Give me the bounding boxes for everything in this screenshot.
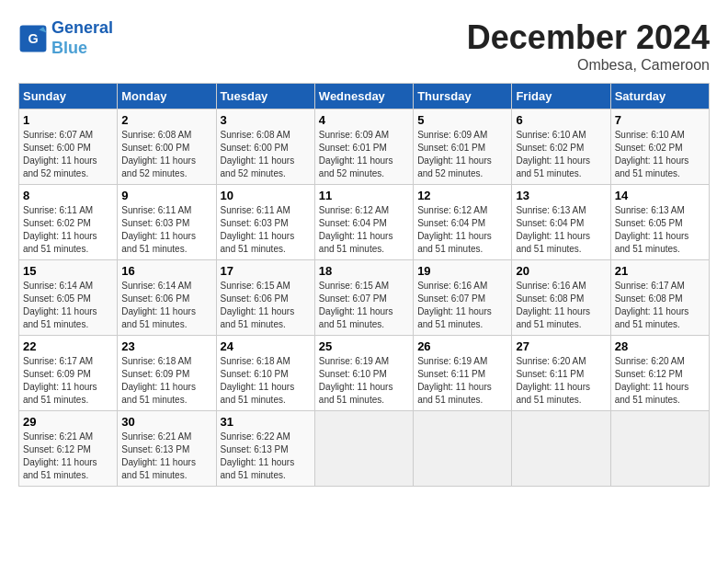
calendar-cell: 16Sunrise: 6:14 AMSunset: 6:06 PMDayligh… [118, 260, 216, 336]
column-header-tuesday: Tuesday [216, 84, 314, 109]
day-number: 28 [615, 339, 705, 353]
calendar-cell: 29Sunrise: 6:21 AMSunset: 6:12 PMDayligh… [19, 411, 118, 487]
calendar-cell: 2Sunrise: 6:08 AMSunset: 6:00 PMDaylight… [118, 109, 216, 185]
calendar-cell: 13Sunrise: 6:13 AMSunset: 6:04 PMDayligh… [512, 185, 610, 260]
day-info: Sunrise: 6:10 AMSunset: 6:02 PMDaylight:… [615, 129, 705, 180]
day-info: Sunrise: 6:09 AMSunset: 6:01 PMDaylight:… [319, 129, 409, 180]
day-info: Sunrise: 6:17 AMSunset: 6:08 PMDaylight:… [615, 280, 705, 331]
calendar-cell: 31Sunrise: 6:22 AMSunset: 6:13 PMDayligh… [216, 411, 314, 487]
day-info: Sunrise: 6:20 AMSunset: 6:12 PMDaylight:… [615, 355, 705, 407]
day-number: 13 [516, 189, 606, 202]
calendar-cell: 11Sunrise: 6:12 AMSunset: 6:04 PMDayligh… [314, 185, 413, 260]
column-header-thursday: Thursday [414, 84, 512, 109]
day-number: 7 [615, 113, 705, 127]
day-number: 12 [417, 189, 507, 202]
day-info: Sunrise: 6:11 AMSunset: 6:02 PMDaylight:… [23, 204, 113, 256]
day-number: 8 [23, 189, 113, 202]
day-info: Sunrise: 6:11 AMSunset: 6:03 PMDaylight:… [121, 204, 211, 256]
calendar-cell: 15Sunrise: 6:14 AMSunset: 6:05 PMDayligh… [19, 260, 118, 336]
day-number: 5 [417, 113, 507, 127]
title-block: December 2024 Ombesa, Cameroon [467, 18, 710, 74]
calendar-cell: 9Sunrise: 6:11 AMSunset: 6:03 PMDaylight… [118, 185, 216, 260]
day-info: Sunrise: 6:22 AMSunset: 6:13 PMDaylight:… [221, 431, 311, 482]
day-number: 3 [221, 113, 311, 127]
calendar-cell: 8Sunrise: 6:11 AMSunset: 6:02 PMDaylight… [19, 185, 118, 260]
calendar-cell: 24Sunrise: 6:18 AMSunset: 6:10 PMDayligh… [216, 336, 314, 411]
day-info: Sunrise: 6:07 AMSunset: 6:00 PMDaylight:… [23, 129, 113, 180]
calendar-table: SundayMondayTuesdayWednesdayThursdayFrid… [18, 83, 710, 487]
day-number: 25 [319, 339, 409, 353]
calendar-cell: 5Sunrise: 6:09 AMSunset: 6:01 PMDaylight… [414, 109, 512, 185]
day-number: 29 [23, 415, 113, 429]
day-info: Sunrise: 6:08 AMSunset: 6:00 PMDaylight:… [121, 129, 211, 180]
day-info: Sunrise: 6:10 AMSunset: 6:02 PMDaylight:… [516, 129, 606, 180]
month-title: December 2024 [467, 18, 710, 57]
calendar-cell: 17Sunrise: 6:15 AMSunset: 6:06 PMDayligh… [216, 260, 314, 336]
calendar-cell: 23Sunrise: 6:18 AMSunset: 6:09 PMDayligh… [118, 336, 216, 411]
day-info: Sunrise: 6:14 AMSunset: 6:05 PMDaylight:… [23, 280, 113, 331]
calendar-week-row: 1Sunrise: 6:07 AMSunset: 6:00 PMDaylight… [19, 109, 710, 185]
day-number: 14 [615, 189, 705, 202]
day-number: 6 [516, 113, 606, 127]
day-number: 15 [23, 264, 113, 278]
column-header-saturday: Saturday [610, 84, 709, 109]
calendar-cell: 30Sunrise: 6:21 AMSunset: 6:13 PMDayligh… [118, 411, 216, 487]
day-number: 10 [221, 189, 311, 202]
day-number: 1 [23, 113, 113, 127]
calendar-week-row: 22Sunrise: 6:17 AMSunset: 6:09 PMDayligh… [19, 336, 710, 411]
column-header-wednesday: Wednesday [314, 84, 413, 109]
day-info: Sunrise: 6:16 AMSunset: 6:08 PMDaylight:… [516, 280, 606, 331]
day-number: 2 [121, 113, 211, 127]
day-number: 26 [417, 339, 507, 353]
day-number: 24 [221, 339, 311, 353]
calendar-cell: 18Sunrise: 6:15 AMSunset: 6:07 PMDayligh… [314, 260, 413, 336]
day-info: Sunrise: 6:18 AMSunset: 6:10 PMDaylight:… [221, 355, 311, 407]
day-info: Sunrise: 6:17 AMSunset: 6:09 PMDaylight:… [23, 355, 113, 407]
logo-text: General Blue [51, 18, 113, 58]
calendar-cell [414, 411, 512, 487]
location: Ombesa, Cameroon [467, 57, 710, 74]
calendar-cell: 25Sunrise: 6:19 AMSunset: 6:10 PMDayligh… [314, 336, 413, 411]
calendar-week-row: 8Sunrise: 6:11 AMSunset: 6:02 PMDaylight… [19, 185, 710, 260]
day-number: 11 [319, 189, 409, 202]
calendar-cell [512, 411, 610, 487]
day-info: Sunrise: 6:19 AMSunset: 6:11 PMDaylight:… [417, 355, 507, 407]
day-number: 23 [121, 339, 211, 353]
column-header-friday: Friday [512, 84, 610, 109]
day-number: 27 [516, 339, 606, 353]
calendar-cell: 3Sunrise: 6:08 AMSunset: 6:00 PMDaylight… [216, 109, 314, 185]
day-info: Sunrise: 6:21 AMSunset: 6:12 PMDaylight:… [23, 431, 113, 482]
calendar-cell: 22Sunrise: 6:17 AMSunset: 6:09 PMDayligh… [19, 336, 118, 411]
day-number: 4 [319, 113, 409, 127]
day-info: Sunrise: 6:08 AMSunset: 6:00 PMDaylight:… [221, 129, 311, 180]
day-info: Sunrise: 6:18 AMSunset: 6:09 PMDaylight:… [121, 355, 211, 407]
calendar-cell: 28Sunrise: 6:20 AMSunset: 6:12 PMDayligh… [610, 336, 709, 411]
day-info: Sunrise: 6:16 AMSunset: 6:07 PMDaylight:… [417, 280, 507, 331]
day-info: Sunrise: 6:21 AMSunset: 6:13 PMDaylight:… [121, 431, 211, 482]
calendar-cell: 26Sunrise: 6:19 AMSunset: 6:11 PMDayligh… [414, 336, 512, 411]
calendar-cell: 27Sunrise: 6:20 AMSunset: 6:11 PMDayligh… [512, 336, 610, 411]
day-info: Sunrise: 6:13 AMSunset: 6:05 PMDaylight:… [615, 204, 705, 256]
day-info: Sunrise: 6:12 AMSunset: 6:04 PMDaylight:… [417, 204, 507, 256]
calendar-cell [314, 411, 413, 487]
logo: G General Blue [18, 18, 113, 58]
calendar-cell: 4Sunrise: 6:09 AMSunset: 6:01 PMDaylight… [314, 109, 413, 185]
logo-icon: G [18, 24, 48, 53]
day-number: 19 [417, 264, 507, 278]
day-number: 31 [221, 415, 311, 429]
day-info: Sunrise: 6:09 AMSunset: 6:01 PMDaylight:… [417, 129, 507, 180]
day-info: Sunrise: 6:19 AMSunset: 6:10 PMDaylight:… [319, 355, 409, 407]
calendar-cell: 1Sunrise: 6:07 AMSunset: 6:00 PMDaylight… [19, 109, 118, 185]
day-info: Sunrise: 6:20 AMSunset: 6:11 PMDaylight:… [516, 355, 606, 407]
calendar-week-row: 15Sunrise: 6:14 AMSunset: 6:05 PMDayligh… [19, 260, 710, 336]
day-number: 18 [319, 264, 409, 278]
day-info: Sunrise: 6:15 AMSunset: 6:06 PMDaylight:… [221, 280, 311, 331]
day-number: 9 [121, 189, 211, 202]
column-header-sunday: Sunday [19, 84, 118, 109]
day-number: 21 [615, 264, 705, 278]
day-number: 16 [121, 264, 211, 278]
calendar-cell: 7Sunrise: 6:10 AMSunset: 6:02 PMDaylight… [610, 109, 709, 185]
calendar-cell: 20Sunrise: 6:16 AMSunset: 6:08 PMDayligh… [512, 260, 610, 336]
calendar-cell: 19Sunrise: 6:16 AMSunset: 6:07 PMDayligh… [414, 260, 512, 336]
calendar-cell: 12Sunrise: 6:12 AMSunset: 6:04 PMDayligh… [414, 185, 512, 260]
